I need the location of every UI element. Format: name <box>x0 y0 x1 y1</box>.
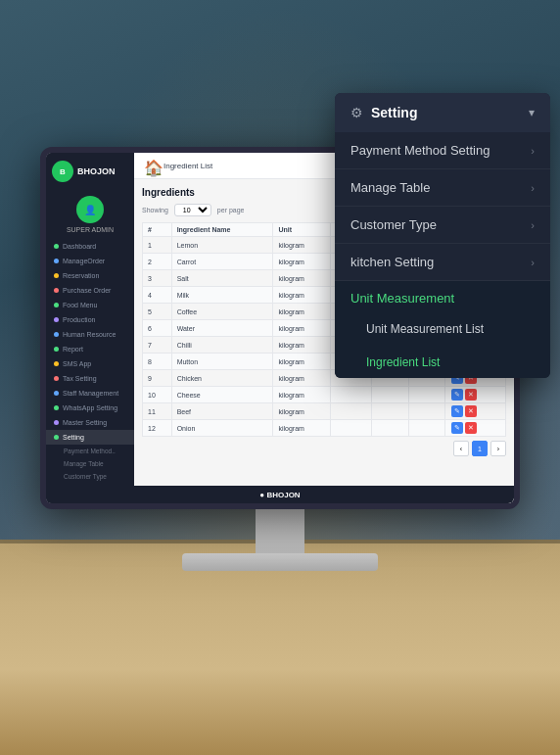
sidebar-logo: B BHOJON <box>46 153 134 190</box>
sidebar-sub-payment[interactable]: Payment Method.. <box>46 445 134 457</box>
sidebar-user: 👤 SUPER ADMIN <box>46 190 134 239</box>
dropdown-item-kitchen[interactable]: kitchen Setting › <box>335 244 550 281</box>
delete-btn[interactable]: ✕ <box>465 422 477 434</box>
dropdown-chevron-table: › <box>531 182 535 194</box>
cell-0-1: Lemon <box>171 237 273 254</box>
dropdown-item-label-customer: Customer Type <box>350 217 437 232</box>
cell-3-0: 4 <box>143 287 172 304</box>
cell-actions-10: ✎✕ <box>445 403 506 420</box>
cell-9-4 <box>371 387 408 403</box>
cell-10-2: kilogram <box>273 403 331 420</box>
sidebar-sub-table[interactable]: Manage Table <box>46 457 134 470</box>
dropdown-sub-unit-list[interactable]: Unit Measurement List <box>335 311 550 345</box>
dropdown-sub-ingredient-list[interactable]: Ingredient List <box>335 345 550 378</box>
cell-1-0: 2 <box>143 254 172 270</box>
cell-7-2: kilogram <box>273 354 331 370</box>
sidebar-item-master[interactable]: Master Setting <box>46 415 134 430</box>
sidebar-item-report[interactable]: Report <box>46 342 134 356</box>
cell-10-3 <box>331 403 371 420</box>
dropdown-item-table[interactable]: Manage Table › <box>335 169 550 207</box>
sidebar-item-food[interactable]: Food Menu <box>46 298 134 312</box>
sidebar-item-setting[interactable]: Setting <box>46 430 134 445</box>
per-page-select[interactable]: 10 25 50 <box>174 204 211 216</box>
pagination: ‹ 1 › <box>142 441 506 456</box>
sidebar-username: SUPER ADMIN <box>52 226 128 233</box>
col-header-unit: Unit <box>273 223 331 237</box>
cell-9-0: 10 <box>143 387 172 403</box>
sidebar-sub-customer[interactable]: Customer Type <box>46 470 134 483</box>
current-page-btn[interactable]: 1 <box>472 441 488 456</box>
delete-btn[interactable]: ✕ <box>465 389 477 401</box>
cell-4-1: Coffee <box>171 304 273 320</box>
cell-11-5 <box>408 420 445 437</box>
delete-btn[interactable]: ✕ <box>465 405 477 417</box>
table-row: 10Cheesekilogram✎✕ <box>143 387 506 403</box>
cell-7-0: 8 <box>143 354 172 370</box>
cell-6-1: Chilli <box>171 337 273 354</box>
cell-actions-9: ✎✕ <box>445 387 506 403</box>
cell-5-1: Water <box>171 320 273 337</box>
cell-6-0: 7 <box>143 337 172 354</box>
chevron-down-icon: ▾ <box>529 106 535 119</box>
cell-10-0: 11 <box>143 403 172 420</box>
sidebar: B BHOJON 👤 SUPER ADMIN Dashboard ManageO… <box>46 153 134 503</box>
table-surface <box>0 540 560 755</box>
cell-0-0: 1 <box>143 237 172 254</box>
edit-btn[interactable]: ✎ <box>451 389 463 401</box>
edit-btn[interactable]: ✎ <box>451 422 463 434</box>
table-row: 12Onionkilogram✎✕ <box>143 420 506 437</box>
per-page-label: per page <box>217 207 245 213</box>
sidebar-item-whatsapp[interactable]: WhatsApp Setting <box>46 401 134 415</box>
logo-text: BHOJON <box>77 166 116 176</box>
dropdown-item-payment[interactable]: Payment Method Setting › <box>335 132 550 169</box>
cell-11-1: Onion <box>171 420 273 437</box>
sidebar-item-hr[interactable]: Human Resource <box>46 327 134 342</box>
sidebar-item-staff[interactable]: Staff Management <box>46 386 134 401</box>
prev-page-btn[interactable]: ‹ <box>453 441 469 456</box>
dropdown-item-label-kitchen: kitchen Setting <box>350 255 434 269</box>
sidebar-item-purchase[interactable]: Purchase Order <box>46 283 134 298</box>
cell-5-0: 6 <box>143 320 172 337</box>
dropdown-header[interactable]: ⚙ Setting ▾ <box>335 93 550 132</box>
cell-1-2: kilogram <box>273 254 331 270</box>
dropdown-item-label-payment: Payment Method Setting <box>350 143 490 158</box>
dropdown-chevron-customer: › <box>531 219 535 231</box>
cell-8-1: Chicken <box>171 370 273 387</box>
cell-10-4 <box>371 403 408 420</box>
cell-2-0: 3 <box>143 270 172 287</box>
edit-btn[interactable]: ✎ <box>451 405 463 417</box>
dropdown-header-left: ⚙ Setting <box>350 105 417 120</box>
cell-actions-11: ✎✕ <box>445 420 506 437</box>
cell-2-2: kilogram <box>273 270 331 287</box>
dropdown-item-label-table: Manage Table <box>350 180 430 195</box>
dropdown-sub-ingredient-label: Ingredient List <box>366 355 440 369</box>
cell-9-3 <box>331 387 371 403</box>
sidebar-item-reservation[interactable]: Reservation <box>46 268 134 283</box>
monitor-bottom-bar: ● BHOJON <box>46 486 514 503</box>
logo-icon: B <box>52 161 73 182</box>
dropdown-sub-unit-list-label: Unit Measurement List <box>366 322 484 336</box>
dropdown-title: Setting <box>371 105 417 120</box>
dropdown-item-customer[interactable]: Customer Type › <box>335 207 550 244</box>
cell-8-0: 9 <box>143 370 172 387</box>
sidebar-item-tax[interactable]: Tax Setting <box>46 371 134 386</box>
dropdown-sub-section: Unit Measurement Unit Measurement List I… <box>335 281 550 378</box>
cell-1-1: Carrot <box>171 254 273 270</box>
active-section-label[interactable]: Unit Measurement <box>335 281 550 311</box>
cell-10-5 <box>408 403 445 420</box>
cell-11-3 <box>331 420 371 437</box>
cell-2-1: Salt <box>171 270 273 287</box>
next-page-btn[interactable]: › <box>490 441 506 456</box>
sidebar-item-sms[interactable]: SMS App <box>46 356 134 371</box>
setting-dropdown: ⚙ Setting ▾ Payment Method Setting › Man… <box>335 93 550 378</box>
sidebar-item-manage-order[interactable]: ManageOrder <box>46 254 134 268</box>
home-icon: 🏠 <box>144 159 158 172</box>
cell-3-1: Milk <box>171 287 273 304</box>
cell-8-2: kilogram <box>273 370 331 387</box>
cell-9-2: kilogram <box>273 387 331 403</box>
sidebar-item-dashboard[interactable]: Dashboard <box>46 239 134 254</box>
cell-11-4 <box>371 420 408 437</box>
cell-7-1: Mutton <box>171 354 273 370</box>
gear-icon: ⚙ <box>350 105 363 120</box>
sidebar-item-production[interactable]: Production <box>46 312 134 327</box>
